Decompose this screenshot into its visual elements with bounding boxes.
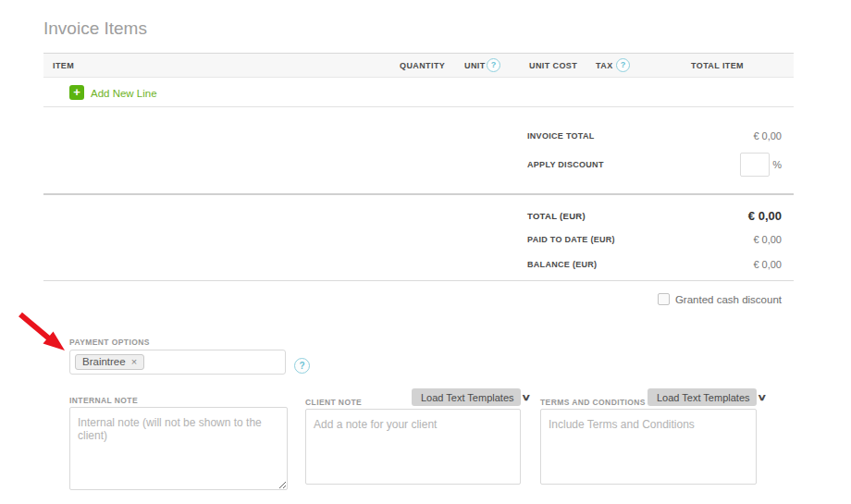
column-header-unit-cost: UNIT COST — [529, 61, 577, 70]
add-new-line-button[interactable]: Add New Line — [91, 88, 157, 99]
terms-load-templates-button[interactable]: Load Text Templates ∨ — [648, 388, 757, 406]
add-line-row: + Add New Line — [43, 79, 794, 107]
paid-to-date-label: PAID TO DATE (EUR) — [527, 235, 615, 244]
divider — [43, 280, 794, 281]
page-title: Invoice Items — [43, 18, 147, 39]
invoice-total-row: INVOICE TOTAL € 0,00 — [527, 130, 782, 141]
invoice-editor-page: Invoice Items ITEM QUANTITY UNIT ? UNIT … — [0, 0, 851, 504]
discount-input[interactable] — [740, 153, 770, 177]
load-templates-label: Load Text Templates — [421, 392, 514, 403]
payment-option-tag-label: Braintree — [82, 356, 126, 367]
internal-note-label: INTERNAL NOTE — [69, 396, 138, 405]
column-header-item: ITEM — [53, 61, 74, 70]
unit-help-icon[interactable]: ? — [487, 58, 500, 72]
divider — [43, 193, 794, 195]
total-label: TOTAL (EUR) — [527, 211, 586, 221]
payment-options-field[interactable]: Braintree × — [69, 350, 286, 375]
total-value: € 0,00 — [748, 209, 782, 223]
apply-discount-label: APPLY DISCOUNT — [527, 160, 604, 169]
chevron-down-icon: ∨ — [521, 392, 531, 402]
load-templates-label: Load Text Templates — [657, 392, 750, 403]
invoice-total-value: € 0,00 — [753, 130, 782, 141]
payment-options-help-icon[interactable]: ? — [294, 358, 310, 374]
chevron-down-icon: ∨ — [757, 392, 767, 402]
balance-row: BALANCE (EUR) € 0,00 — [527, 259, 782, 270]
terms-and-conditions-label: TERMS AND CONDITIONS — [540, 398, 646, 407]
invoice-items-table-header: ITEM QUANTITY UNIT ? UNIT COST TAX ? TOT… — [43, 53, 794, 78]
granted-cash-discount-checkbox[interactable] — [658, 293, 670, 305]
payment-options-label: PAYMENT OPTIONS — [69, 338, 150, 347]
column-header-quantity: QUANTITY — [400, 61, 445, 70]
discount-input-group: % — [740, 153, 782, 177]
client-note-load-templates-button[interactable]: Load Text Templates ∨ — [412, 388, 521, 406]
column-header-total-item: TOTAL ITEM — [691, 61, 744, 70]
column-header-unit: UNIT — [464, 61, 486, 70]
add-new-line-plus-icon[interactable]: + — [69, 85, 84, 100]
tax-help-icon[interactable]: ? — [616, 58, 630, 72]
terms-and-conditions-textarea[interactable] — [540, 409, 757, 485]
discount-percent-sign: % — [772, 159, 782, 170]
client-note-label: CLIENT NOTE — [305, 398, 362, 407]
granted-cash-discount-label: Granted cash discount — [675, 294, 782, 305]
paid-to-date-row: PAID TO DATE (EUR) € 0,00 — [527, 234, 782, 245]
client-note-textarea[interactable] — [305, 409, 521, 485]
total-row: TOTAL (EUR) € 0,00 — [527, 209, 782, 223]
red-arrow-annotation-icon — [17, 311, 68, 353]
paid-to-date-value: € 0,00 — [753, 234, 782, 245]
balance-value: € 0,00 — [753, 259, 782, 270]
granted-cash-discount-row: Granted cash discount — [527, 293, 782, 305]
remove-tag-icon[interactable]: × — [131, 356, 137, 367]
invoice-total-label: INVOICE TOTAL — [527, 131, 595, 141]
internal-note-textarea[interactable] — [69, 407, 288, 490]
balance-label: BALANCE (EUR) — [527, 260, 597, 269]
apply-discount-row: APPLY DISCOUNT % — [527, 152, 782, 178]
payment-option-tag: Braintree × — [75, 354, 144, 370]
column-header-tax: TAX — [596, 61, 613, 70]
